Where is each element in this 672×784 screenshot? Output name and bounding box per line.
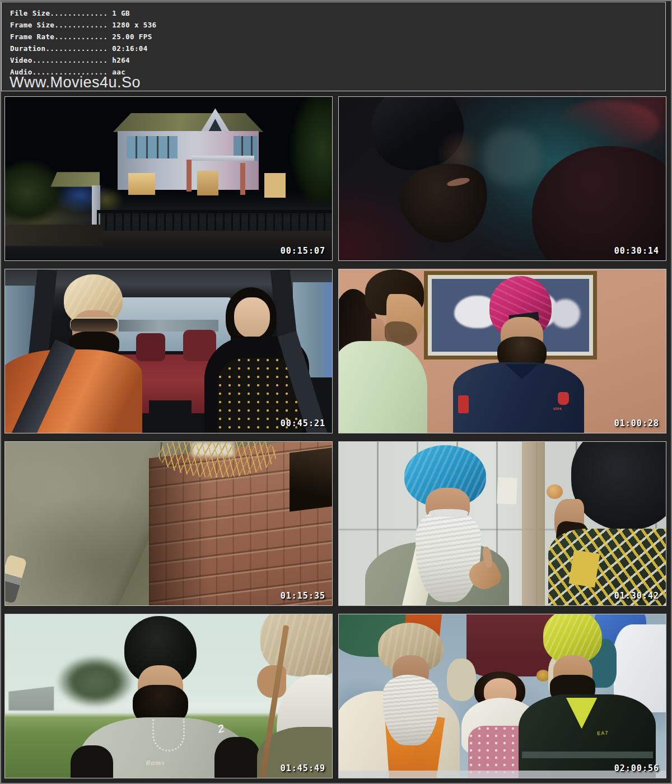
mustache: [429, 509, 468, 517]
info-line-frame-size: Frame Size............ 1280 x 536: [10, 19, 665, 31]
lit-window: [197, 171, 218, 195]
window-opening: [290, 447, 332, 511]
porch-columns: [186, 160, 192, 192]
jersey-brand-text: Rams: [146, 758, 165, 767]
light-green-tshirt: [339, 341, 427, 433]
black-turban: [571, 442, 666, 530]
media-preview-sheet: File Size............. 1 GB Frame Size..…: [0, 0, 672, 784]
far-structure: [8, 686, 54, 711]
indoor-scene: [339, 442, 666, 605]
woman-face: [234, 297, 270, 338]
info-line-video: Video................. h264: [10, 54, 665, 66]
horse-figure: [550, 299, 580, 328]
room-scene: USPA: [339, 269, 666, 433]
polo-logo: [558, 392, 569, 405]
site-watermark: Www.Movies4u.So: [10, 75, 141, 90]
center-console: [149, 400, 192, 433]
car-interior-scene: [5, 269, 332, 433]
sunglasses: [71, 319, 118, 332]
screenshot-brick-wall: 01:15:35: [4, 441, 333, 606]
headrest: [136, 333, 166, 361]
hoodie-brand-text: EA7: [597, 730, 609, 736]
screenshot-spectators: EA7 02:00:56: [338, 614, 666, 778]
resting-hand: [447, 659, 477, 701]
foreground-head: [532, 146, 666, 260]
timestamp: 01:00:28: [614, 418, 659, 428]
field-scene: 2 Rams: [5, 614, 332, 778]
maroon-shirt-person: [466, 614, 555, 676]
info-line-duration: Duration.............. 02:16:04: [10, 43, 665, 54]
closeup-scene: [339, 97, 666, 260]
boundary-wall: [97, 231, 332, 245]
black-sleeve: [214, 737, 260, 778]
timestamp: 00:30:14: [614, 246, 659, 256]
timestamp: 00:15:07: [281, 246, 325, 256]
screenshot-man-closeup: 00:30:14: [338, 96, 666, 261]
lit-window: [128, 173, 155, 195]
upper-windows: [127, 136, 178, 159]
screenshot-elder-talk: 01:30:42: [338, 441, 666, 606]
night-scene: [5, 97, 332, 260]
timestamp: 00:45:21: [281, 418, 325, 428]
paint-roller-hand: [5, 554, 27, 604]
notice-paper: [497, 478, 517, 505]
timestamp: 02:00:56: [614, 763, 659, 773]
tree: [290, 97, 332, 234]
screenshot-house-night: 00:15:07: [4, 96, 333, 261]
driveway: [5, 225, 103, 246]
hoodie-zip-band: [522, 752, 653, 758]
timestamp: 01:45:49: [281, 763, 325, 773]
wall-scene: [5, 442, 332, 605]
door-frame: [522, 442, 545, 605]
info-line-file-size: File Size............. 1 GB: [10, 7, 665, 19]
media-info-panel: File Size............. 1 GB Frame Size..…: [1, 2, 666, 91]
spectator-scene: EA7: [339, 614, 666, 778]
screenshot-pink-turban: USPA 01:00:28: [338, 269, 666, 433]
timestamp: 01:30:42: [614, 591, 659, 601]
house: [113, 108, 264, 203]
hair-highlight: [554, 100, 659, 150]
blurred-hand: [483, 129, 542, 185]
sleeve-number-patch: [458, 395, 469, 413]
screenshot-car-couple: 00:45:21: [4, 269, 333, 433]
polo-logo-text: USPA: [553, 407, 561, 410]
balcony-railing: [191, 156, 254, 160]
yellow-tshirt: [568, 549, 600, 587]
white-beard: [383, 675, 438, 745]
white-beard: [416, 509, 481, 602]
info-line-frame-rate: Frame Rate............ 25.00 FPS: [10, 31, 665, 43]
roof: [113, 113, 264, 132]
timestamp: 01:15:35: [281, 591, 325, 601]
wall-decor: [547, 484, 563, 499]
black-sleeve: [71, 745, 113, 778]
screenshot-field-talk: 2 Rams 01:45:49: [4, 614, 333, 778]
blurred-tree: [54, 654, 136, 716]
